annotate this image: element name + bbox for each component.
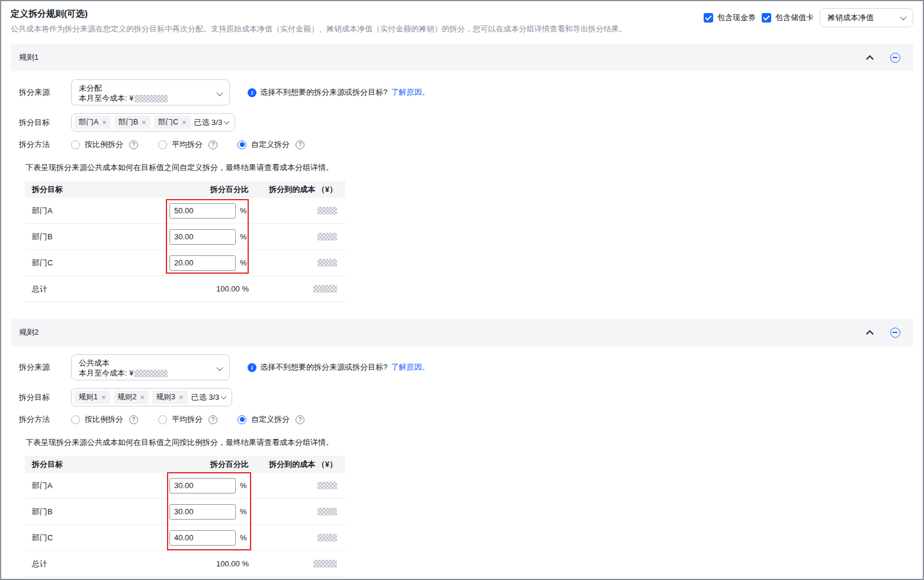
target-cell: 部门A bbox=[25, 206, 162, 216]
table-row: 部门B % bbox=[25, 224, 345, 250]
rule-card-1: 规则1 拆分来源 未分配 本月至今成本: ¥ i 选择不到想要的拆分来源或拆 bbox=[11, 44, 913, 309]
help-question-icon[interactable]: ? bbox=[296, 415, 304, 424]
checkbox-label: 包含储值卡 bbox=[775, 12, 814, 23]
minus-circle-icon bbox=[890, 328, 900, 338]
method-radio-custom[interactable]: 自定义拆分 ? bbox=[238, 139, 304, 150]
help-link[interactable]: 了解原因。 bbox=[391, 87, 429, 98]
percent-input[interactable] bbox=[169, 504, 236, 520]
col-header-cost: 拆分到的成本 （¥） bbox=[269, 184, 345, 195]
include-stored-value-card-checkbox[interactable]: 包含储值卡 bbox=[762, 12, 814, 23]
minus-circle-icon bbox=[890, 53, 900, 63]
cost-type-select[interactable]: 摊销成本净值 bbox=[820, 8, 913, 27]
selected-count: 已选 3/3 bbox=[194, 117, 229, 128]
source-label: 拆分来源 bbox=[19, 362, 71, 373]
table-header-row: 拆分目标 拆分百分比 拆分到的成本 （¥） bbox=[25, 181, 345, 198]
chevron-down-icon bbox=[900, 14, 906, 20]
method-label: 拆分方法 bbox=[19, 414, 71, 425]
help-question-icon[interactable]: ? bbox=[129, 140, 138, 149]
checkbox-checked-icon[interactable] bbox=[762, 13, 771, 23]
radio-unchecked-icon[interactable] bbox=[158, 140, 167, 149]
target-tag: 规则1× bbox=[75, 390, 110, 404]
chevron-down-icon bbox=[224, 118, 230, 124]
method-radio-custom[interactable]: 自定义拆分 ? bbox=[238, 414, 304, 425]
target-cell: 部门B bbox=[25, 232, 162, 242]
percent-input[interactable] bbox=[169, 203, 236, 219]
tag-close-icon[interactable]: × bbox=[182, 118, 187, 126]
table-note: 下表呈现拆分来源公共成本如何在目标值之间自定义拆分，最终结果请查看成本分组详情。 bbox=[25, 162, 905, 173]
table-row: 部门C % bbox=[25, 250, 345, 276]
include-cash-voucher-checkbox[interactable]: 包含现金券 bbox=[704, 12, 756, 23]
percent-input[interactable] bbox=[169, 530, 236, 546]
source-label: 拆分来源 bbox=[19, 87, 71, 98]
method-radio-proportional[interactable]: 按比例拆分 ? bbox=[71, 414, 138, 425]
target-tag: 规则3× bbox=[152, 390, 188, 404]
source-help: i 选择不到想要的拆分来源或拆分目标? 了解原因。 bbox=[248, 362, 429, 373]
col-header-target: 拆分目标 bbox=[25, 184, 162, 195]
redacted-cost-value bbox=[317, 482, 337, 489]
help-question-icon[interactable]: ? bbox=[129, 415, 138, 424]
chevron-down-icon bbox=[216, 89, 223, 96]
method-label: 拆分方法 bbox=[19, 139, 71, 150]
method-radio-average[interactable]: 平均拆分 ? bbox=[158, 414, 217, 425]
help-question-icon[interactable]: ? bbox=[296, 140, 304, 149]
radio-unchecked-icon[interactable] bbox=[158, 415, 167, 424]
top-controls: 包含现金券 包含储值卡 摊销成本净值 bbox=[704, 8, 913, 27]
radio-checked-icon[interactable] bbox=[238, 140, 246, 149]
table-total-row: 总计 100.00 % bbox=[25, 276, 345, 302]
collapse-button[interactable] bbox=[867, 329, 872, 337]
redacted-value bbox=[134, 95, 168, 102]
redacted-cost-value bbox=[317, 508, 337, 515]
method-radio-proportional[interactable]: 按比例拆分 ? bbox=[71, 139, 138, 150]
target-label: 拆分目标 bbox=[19, 117, 71, 128]
total-percent: 100.00 % bbox=[162, 284, 269, 293]
method-radio-average[interactable]: 平均拆分 ? bbox=[158, 139, 217, 150]
radio-unchecked-icon[interactable] bbox=[71, 140, 80, 149]
collapse-button[interactable] bbox=[867, 54, 872, 62]
table-header-row: 拆分目标 拆分百分比 拆分到的成本 （¥） bbox=[25, 456, 345, 473]
redacted-cost-value bbox=[317, 233, 337, 241]
target-tag: 部门A× bbox=[75, 116, 111, 129]
checkbox-label: 包含现金券 bbox=[717, 12, 756, 23]
target-cell: 部门A bbox=[25, 480, 162, 491]
target-cell: 部门C bbox=[25, 258, 162, 268]
info-icon: i bbox=[248, 88, 256, 97]
checkbox-checked-icon[interactable] bbox=[704, 13, 713, 23]
radio-checked-icon[interactable] bbox=[238, 415, 246, 424]
split-source-select[interactable]: 公共成本 本月至今成本: ¥ bbox=[71, 354, 230, 380]
page-title: 定义拆分规则(可选) bbox=[11, 7, 627, 20]
chevron-up-icon bbox=[866, 55, 874, 63]
table-row: 部门A % bbox=[25, 198, 345, 224]
col-header-percent: 拆分百分比 bbox=[162, 459, 269, 470]
rule-name: 规则2 bbox=[19, 327, 38, 338]
help-question-icon[interactable]: ? bbox=[208, 415, 217, 424]
percent-input[interactable] bbox=[169, 229, 236, 245]
split-target-select[interactable]: 规则1× 规则2× 规则3× 已选 3/3 bbox=[71, 388, 232, 406]
help-link[interactable]: 了解原因。 bbox=[391, 362, 429, 373]
method-radio-group: 按比例拆分 ? 平均拆分 ? 自定义拆分 ? bbox=[71, 139, 304, 150]
percent-input[interactable] bbox=[169, 478, 236, 494]
tag-close-icon[interactable]: × bbox=[179, 393, 184, 401]
tag-close-icon[interactable]: × bbox=[140, 393, 145, 401]
help-text: 选择不到想要的拆分来源或拆分目标? bbox=[260, 87, 387, 98]
split-source-select[interactable]: 未分配 本月至今成本: ¥ bbox=[71, 79, 230, 105]
total-label: 总计 bbox=[25, 559, 162, 569]
table-row: 部门A % bbox=[25, 473, 345, 499]
page-subtitle: 公共成本将作为拆分来源在您定义的拆分目标中再次分配。支持原始成本净值（实付金额）… bbox=[11, 24, 627, 34]
redacted-cost-value bbox=[317, 534, 337, 541]
tag-close-icon[interactable]: × bbox=[101, 393, 106, 401]
tag-close-icon[interactable]: × bbox=[142, 118, 146, 126]
table-row: 部门C % bbox=[25, 525, 345, 551]
percent-input[interactable] bbox=[169, 255, 236, 271]
target-cell: 部门C bbox=[25, 533, 162, 543]
help-question-icon[interactable]: ? bbox=[208, 140, 217, 149]
remove-rule-button[interactable] bbox=[890, 53, 900, 63]
redacted-value bbox=[134, 370, 168, 377]
rule-header: 规则1 bbox=[11, 44, 913, 71]
radio-unchecked-icon[interactable] bbox=[71, 415, 80, 424]
source-mtd-cost: 本月至今成本: ¥ bbox=[79, 93, 168, 103]
target-tag: 部门B× bbox=[114, 116, 150, 129]
remove-rule-button[interactable] bbox=[890, 328, 900, 338]
tag-close-icon[interactable]: × bbox=[102, 118, 107, 126]
split-target-select[interactable]: 部门A× 部门B× 部门C× 已选 3/3 bbox=[71, 113, 235, 132]
table-row: 部门B % bbox=[25, 499, 345, 525]
